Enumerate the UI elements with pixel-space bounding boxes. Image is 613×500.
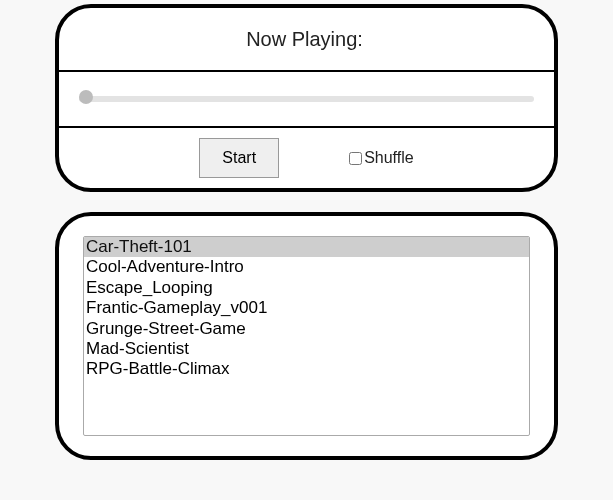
controls-row: Start Shuffle (59, 128, 554, 188)
playlist-panel: Car-Theft-101Cool-Adventure-IntroEscape_… (55, 212, 558, 460)
progress-slider[interactable] (79, 96, 534, 102)
shuffle-checkbox[interactable] (349, 152, 362, 165)
playlist-item[interactable]: Mad-Scientist (84, 339, 529, 359)
progress-row (59, 72, 554, 128)
playlist-item[interactable]: Escape_Looping (84, 278, 529, 298)
now-playing-row: Now Playing: (59, 8, 554, 72)
shuffle-label: Shuffle (364, 149, 414, 167)
playlist-item[interactable]: Grunge-Street-Game (84, 319, 529, 339)
now-playing-label: Now Playing: (246, 28, 363, 51)
playlist-item[interactable]: RPG-Battle-Climax (84, 359, 529, 379)
playlist-listbox[interactable]: Car-Theft-101Cool-Adventure-IntroEscape_… (83, 236, 530, 436)
shuffle-control[interactable]: Shuffle (349, 149, 414, 167)
playlist-item[interactable]: Car-Theft-101 (84, 237, 529, 257)
playlist-item[interactable]: Frantic-Gameplay_v001 (84, 298, 529, 318)
playlist-item[interactable]: Cool-Adventure-Intro (84, 257, 529, 277)
player-panel: Now Playing: Start Shuffle (55, 4, 558, 192)
start-button[interactable]: Start (199, 138, 279, 178)
